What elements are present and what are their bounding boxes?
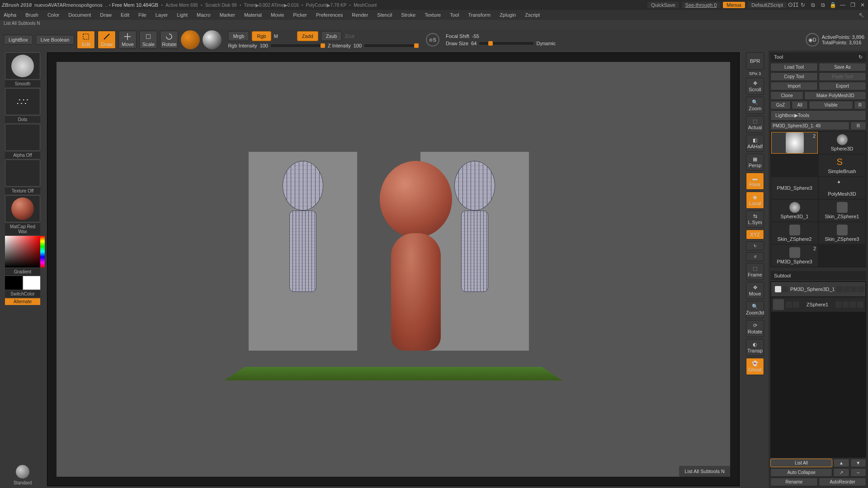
floor-button[interactable]: ▬Floor (746, 173, 764, 190)
mrgb-button[interactable]: Mrgb (228, 31, 249, 41)
move-down-button[interactable]: ▼ (850, 459, 866, 467)
texture-thumb[interactable] (5, 160, 40, 187)
lightbox-tools[interactable]: Lightbox▶Tools (770, 110, 866, 121)
menu-layer[interactable]: Layer (156, 12, 168, 18)
gradient-label[interactable]: Gradient (5, 268, 40, 275)
swatch-white[interactable] (23, 276, 40, 290)
menu-tool[interactable]: Tool (450, 12, 459, 18)
scroll-button[interactable]: ✥Scroll (746, 78, 764, 95)
menu-color[interactable]: Color (47, 12, 59, 18)
frame-button[interactable]: ⬚Frame (746, 263, 764, 280)
menu-zscript[interactable]: Zscript (525, 12, 540, 18)
minimize-icon[interactable]: — (839, 1, 846, 9)
lock-icon[interactable]: 🔒 (829, 1, 836, 9)
current-tool[interactable]: PM3D_Sphere3D_1. 49 (770, 122, 849, 130)
scale-button[interactable]: Scale (139, 31, 157, 49)
quicksave-button[interactable]: QuickSave (647, 2, 679, 8)
save-as-button[interactable]: Save As (819, 63, 866, 71)
all-button[interactable]: All (792, 101, 808, 109)
shading-sphere[interactable] (203, 30, 222, 49)
visible-button[interactable]: Visible (809, 101, 853, 109)
menu-preferences[interactable]: Preferences (316, 12, 343, 18)
rgb-intensity-slider[interactable] (271, 44, 325, 47)
zsub-button[interactable]: Zsub (321, 31, 342, 41)
copy-tool-button[interactable]: Copy Tool (770, 72, 818, 81)
persp-button[interactable]: ▦Persp (746, 154, 764, 171)
aahalf-button[interactable]: ◧AAHalf (746, 135, 764, 152)
menu-render[interactable]: Render (352, 12, 368, 18)
sculpt-mesh[interactable] (366, 161, 466, 378)
local-button[interactable]: ◉Local (746, 192, 764, 209)
alternate-button[interactable]: Alternate (5, 298, 40, 305)
material-thumb[interactable] (5, 195, 40, 222)
menu-draw[interactable]: Draw (100, 12, 112, 18)
standard-sphere[interactable] (16, 465, 29, 479)
clone-button[interactable]: Clone (770, 91, 803, 100)
auto-collapse-button[interactable]: Auto Collapse (770, 468, 832, 477)
refresh-tool-icon[interactable]: ↻ (859, 54, 863, 60)
dynamesh-icon[interactable]: ◉D (806, 33, 819, 47)
alpha-thumb[interactable] (5, 124, 40, 151)
goz-button[interactable]: GoZ (770, 101, 791, 109)
hue-strip[interactable] (40, 236, 45, 267)
dynamic-label[interactable]: Dynamic (536, 41, 556, 46)
zoom-button[interactable]: 🔍Zoom (746, 97, 764, 114)
history-icon[interactable]: ⵙⵊⵊ (789, 1, 797, 9)
rotate-nav-button[interactable]: ⟳Rotate (746, 320, 764, 337)
menu-edit[interactable]: Edit (121, 12, 129, 18)
m-button[interactable]: M (274, 33, 278, 39)
rot-z-button[interactable]: ↺ (746, 252, 764, 261)
bpr-button[interactable]: BPR (746, 52, 764, 70)
window-icon[interactable]: ⧉ (809, 1, 816, 9)
zcut-button[interactable]: Zcut (344, 33, 354, 39)
menu-brush[interactable]: Brush (25, 12, 38, 18)
tool-sphere3d[interactable]: Sphere3D (819, 132, 865, 154)
z-intensity-slider[interactable] (364, 44, 419, 47)
tool-sphere3d1[interactable]: Sphere3D_1 (771, 200, 818, 221)
tool-simplebrush[interactable]: SSimpleBrush (819, 155, 865, 176)
lightbox-button[interactable]: LightBox (4, 35, 33, 45)
seethrough-slider[interactable]: See-through 0 (682, 2, 721, 8)
focal-icon[interactable]: ◎S (426, 33, 439, 47)
restore-icon[interactable]: ❐ (849, 1, 856, 9)
menu-marker[interactable]: Marker (220, 12, 235, 18)
xyz-button[interactable]: XYZ (746, 230, 764, 239)
r2-button[interactable]: R (850, 122, 866, 130)
load-tool-button[interactable]: Load Tool (770, 63, 818, 71)
subtool-row-1[interactable]: ZSphere1 (771, 297, 865, 312)
lsym-button[interactable]: ⇆L.Sym (746, 211, 764, 228)
stroke-thumb[interactable]: ∴∵ (5, 88, 40, 115)
export-button[interactable]: Export (819, 82, 866, 90)
menu-zplugin[interactable]: Zplugin (500, 12, 516, 18)
menu-alpha[interactable]: Alpha (4, 12, 16, 18)
menu-file[interactable]: File (138, 12, 146, 18)
r-button[interactable]: R (854, 101, 866, 109)
menu-document[interactable]: Document (68, 12, 91, 18)
tool-current[interactable]: 2 (771, 132, 818, 154)
import-button[interactable]: Import (770, 82, 818, 90)
color-picker[interactable] (5, 236, 40, 267)
brush-thumb[interactable] (5, 52, 40, 80)
subtool-row-0[interactable]: PM3D_Sphere3D_1 (771, 282, 865, 296)
rot-y-button[interactable]: ↻ (746, 241, 764, 250)
draw-size-slider[interactable] (479, 42, 533, 45)
actual-button[interactable]: ⬚Actual (746, 116, 764, 133)
viewport[interactable]: List All Subtools N (47, 52, 740, 486)
rename-button[interactable]: Rename (770, 478, 818, 486)
tool-skin3[interactable]: Skin_ZSphere3 (819, 222, 865, 244)
subtool-header[interactable]: Subtool (774, 273, 791, 278)
tool-skin2[interactable]: Skin_ZSphere2 (771, 222, 818, 244)
move-up-button[interactable]: ▲ (833, 459, 849, 467)
tool-header[interactable]: Tool (774, 54, 783, 60)
menu-texture[interactable]: Texture (425, 12, 441, 18)
default-zscript[interactable]: DefaultZScript (748, 2, 787, 8)
menu-stroke[interactable]: Stroke (401, 12, 415, 18)
arrow1-button[interactable]: ↗ (833, 468, 849, 477)
move-button[interactable]: Move (118, 31, 137, 49)
tool-skin1[interactable]: Skin_ZSphere1 (819, 200, 865, 221)
switchcolor-button[interactable]: SwitchColor (5, 291, 40, 297)
zadd-button[interactable]: Zadd (297, 31, 318, 41)
rgb-button[interactable]: Rgb (252, 31, 271, 41)
menu-movie[interactable]: Movie (271, 12, 284, 18)
move-nav-button[interactable]: ✥Move (746, 282, 764, 299)
